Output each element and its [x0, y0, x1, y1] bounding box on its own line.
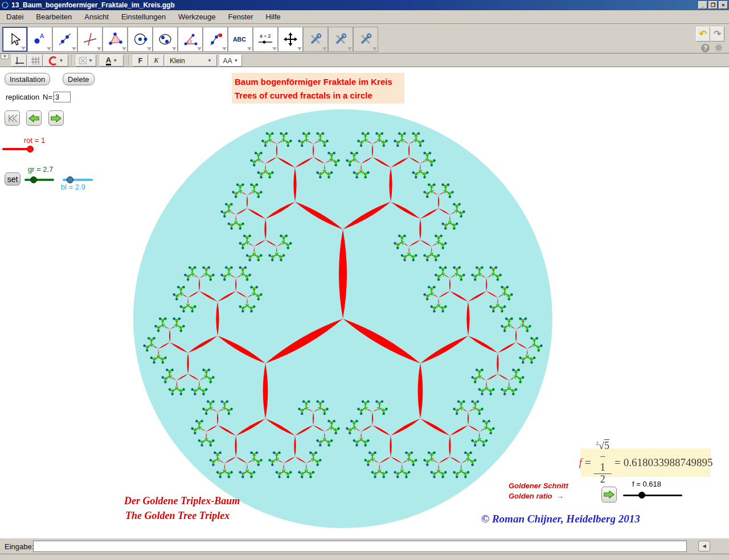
tool-move-graphics-button[interactable] [278, 27, 303, 52]
tool-circle-button[interactable] [128, 27, 153, 52]
menu-hilfe[interactable]: Hilfe [260, 11, 287, 23]
angle-icon: α [182, 31, 198, 47]
svg-text:A: A [40, 32, 44, 39]
step-forward-button[interactable] [48, 110, 64, 126]
rewind-button[interactable] [5, 110, 20, 126]
checkbox-x-icon [79, 57, 87, 64]
f-slider-knob[interactable] [638, 492, 645, 499]
f-step-button[interactable] [601, 487, 617, 503]
formula-result: 0.618033988749895 [624, 456, 713, 469]
gr-slider-track[interactable] [24, 179, 54, 181]
credit-text: © Roman Chijner, Heidelberg 2013 [481, 513, 640, 525]
dropdown-triangle-icon [122, 47, 126, 51]
tool-angle-button[interactable]: α [178, 27, 203, 52]
cursor-icon [7, 31, 23, 47]
tree-title-en: The Golden Tree Triplex [125, 510, 230, 522]
svg-text:ABC: ABC [233, 36, 246, 43]
tool-custom-3-button[interactable] [353, 27, 378, 52]
tool-line-button[interactable] [52, 27, 77, 52]
divider [129, 55, 130, 66]
menu-datei[interactable]: Datei [0, 11, 30, 23]
menu-fenster[interactable]: Fenster [222, 11, 259, 23]
input-bar: Eingabe: ◀ [0, 538, 729, 554]
tool-reflect-button[interactable] [203, 27, 228, 52]
input-label: Eingabe: [5, 542, 34, 551]
dropdown-triangle-icon [222, 47, 227, 51]
object-visibility-button[interactable]: ▼ [76, 55, 96, 67]
arrow-left-icon [28, 114, 40, 123]
divider [72, 55, 73, 66]
f-slider-track[interactable] [623, 495, 682, 496]
dropdown-triangle-icon [47, 47, 51, 51]
dropdown-triangle-icon [372, 47, 377, 51]
restore-button[interactable]: ❐ [708, 1, 718, 9]
menubar: Datei Bearbeiten Ansicht Einstellungen W… [0, 10, 729, 24]
chevron-down-icon: ▼ [88, 58, 93, 63]
menu-ansicht[interactable]: Ansicht [78, 11, 115, 23]
wrench-icon [308, 31, 323, 47]
reflect-icon [207, 31, 223, 47]
dropdown-triangle-icon [72, 47, 76, 51]
menu-bearbeiten[interactable]: Bearbeiten [30, 11, 78, 23]
label-style-dropdown[interactable]: AA ▼ [219, 55, 242, 67]
set-button[interactable]: set [5, 172, 21, 186]
tool-slider-button[interactable]: a = 2 [253, 27, 278, 52]
gear-icon[interactable] [714, 43, 723, 52]
tool-custom-1-button[interactable] [303, 27, 328, 52]
heading-box: Baum bogenförmiger Fraktale im Kreis Tre… [232, 73, 404, 104]
text-color-button[interactable]: A ▼ [100, 55, 124, 67]
color-a-icon: A [106, 56, 111, 65]
chevron-down-icon: ▼ [207, 58, 212, 63]
arrow-right-glyph: → [556, 492, 564, 500]
chevron-down-icon: ▼ [234, 58, 239, 63]
tool-point-button[interactable]: A [27, 27, 52, 52]
show-grid-button[interactable] [27, 55, 43, 67]
gr-slider-knob[interactable] [30, 176, 37, 183]
rot-slider-label: rot = 1 [24, 136, 45, 145]
toolbar: A α ABC a = 2 [0, 24, 729, 53]
redo-button[interactable]: ↷ [710, 27, 724, 42]
magnet-icon [48, 56, 58, 65]
tool-text-button[interactable]: ABC [228, 27, 253, 52]
n-label: N=: [43, 93, 55, 101]
axes-icon [14, 56, 24, 65]
tool-conic-button[interactable] [153, 27, 178, 52]
help-icon[interactable]: ? [701, 44, 710, 52]
dropdown-triangle-icon [197, 47, 202, 51]
dropdown-triangle-icon [172, 47, 177, 51]
show-axes-button[interactable] [11, 55, 27, 67]
bold-button[interactable]: F [133, 55, 148, 67]
snap-to-grid-button[interactable]: ▼ [43, 55, 68, 67]
perpendicular-line-icon [82, 31, 98, 47]
delete-button[interactable]: Delete [63, 73, 95, 85]
tool-move-cursor-button[interactable] [2, 27, 27, 52]
dropdown-triangle-icon [272, 47, 277, 51]
tool-perpendicular-line-button[interactable] [77, 27, 103, 52]
n-input[interactable] [54, 92, 71, 102]
minimize-button[interactable]: _ [698, 1, 707, 9]
font-size-dropdown[interactable]: Klein ▼ [165, 55, 217, 67]
app-icon [1, 1, 9, 9]
point-icon: A [32, 31, 48, 47]
svg-text:α: α [190, 39, 193, 44]
f-slider-label: f = 0.618 [632, 480, 661, 488]
tool-polygon-button[interactable] [103, 27, 128, 52]
replication-label: replication [6, 93, 39, 101]
installation-button[interactable]: Installation [5, 73, 50, 85]
arrow-right-icon [50, 114, 62, 123]
italic-button[interactable]: K [149, 55, 164, 67]
undo-button[interactable]: ↶ [696, 27, 710, 42]
formula-fraction: 2√5 − 1 2 [594, 440, 612, 485]
tool-custom-2-button[interactable] [328, 27, 353, 52]
rot-slider-knob[interactable] [27, 146, 34, 153]
wrench-icon [333, 31, 349, 47]
input-history-button[interactable]: ◀ [698, 541, 710, 551]
menu-einstellungen[interactable]: Einstellungen [115, 11, 172, 23]
menu-werkzeuge[interactable]: Werkzeuge [172, 11, 222, 23]
tree-title-de: Der Goldene Triplex-Baum [124, 495, 240, 507]
toolbar-collapse-button[interactable]: ▾ [1, 53, 9, 59]
algebra-input[interactable] [33, 541, 687, 552]
close-button[interactable]: × [719, 1, 728, 9]
bl-slider-label: bl = 2.9 [61, 183, 85, 191]
step-back-button[interactable] [26, 110, 42, 126]
